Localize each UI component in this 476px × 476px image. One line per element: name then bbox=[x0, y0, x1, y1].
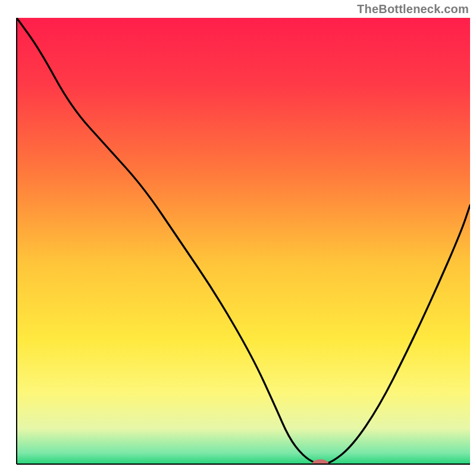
heat-gradient-background bbox=[17, 18, 470, 464]
bottleneck-chart bbox=[0, 0, 476, 476]
watermark-text: TheBottleneck.com bbox=[357, 2, 469, 16]
